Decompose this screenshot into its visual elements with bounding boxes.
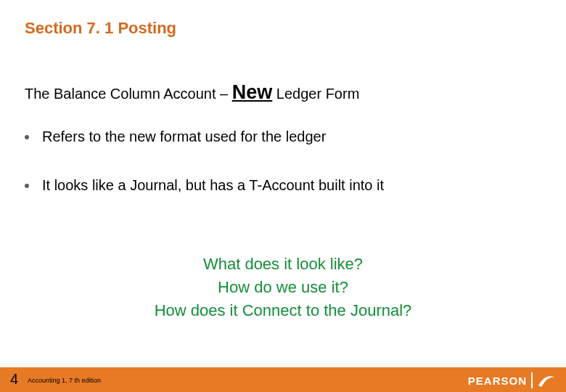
- questions-block: What does it look like? How do we use it…: [0, 253, 566, 322]
- brand-text: PEARSON: [468, 375, 527, 387]
- question-line: How does it Connect to the Journal?: [0, 299, 566, 322]
- footer-edition: Accounting 1, 7 th edition: [28, 377, 101, 384]
- bullet-icon: [25, 184, 29, 188]
- brand-divider-icon: [531, 372, 533, 388]
- brand-swoosh-icon: [537, 372, 556, 388]
- subtitle-post: Ledger Form: [272, 86, 359, 102]
- list-item: It looks like a Journal, but has a T-Acc…: [25, 176, 544, 195]
- footer-bar: 4 Accounting 1, 7 th edition PEARSON: [0, 367, 566, 392]
- page-number: 4: [10, 371, 18, 388]
- slide: Section 7. 1 Posting The Balance Column …: [0, 0, 566, 392]
- bullet-icon: [25, 135, 29, 139]
- brand-logo: PEARSON: [468, 372, 556, 388]
- subtitle-pre: The Balance Column Account –: [25, 86, 232, 102]
- bullet-text: It looks like a Journal, but has a T-Acc…: [42, 176, 544, 195]
- list-item: Refers to the new format used for the le…: [25, 127, 544, 147]
- question-line: How do we use it?: [0, 276, 566, 299]
- subtitle: The Balance Column Account – New Ledger …: [25, 81, 359, 104]
- bullet-list: Refers to the new format used for the le…: [25, 127, 544, 224]
- bullet-text: Refers to the new format used for the le…: [42, 127, 544, 147]
- question-line: What does it look like?: [0, 253, 566, 276]
- section-title: Section 7. 1 Posting: [25, 19, 176, 38]
- subtitle-new: New: [232, 81, 273, 103]
